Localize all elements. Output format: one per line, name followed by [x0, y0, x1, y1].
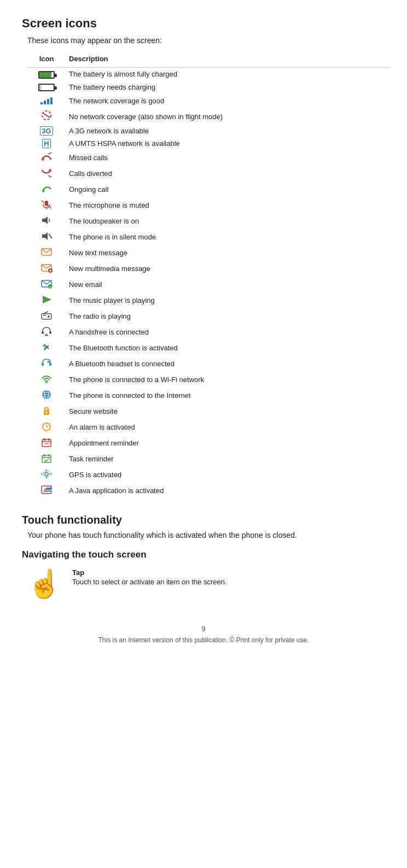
table-row: Calls diverted	[27, 166, 391, 181]
table-row: New multimedia message	[27, 261, 391, 277]
icon-desc: The phone is in silent mode	[66, 229, 391, 245]
icon-cell	[27, 261, 66, 277]
svg-marker-21	[43, 296, 51, 303]
svg-rect-26	[42, 331, 44, 334]
svg-rect-27	[49, 331, 51, 334]
table-row: Secure website	[27, 403, 391, 419]
icon-cell	[27, 419, 66, 435]
table-row: A handsfree is connected	[27, 324, 391, 340]
table-row: Appointment reminder	[27, 435, 391, 451]
table-row: Missed calls	[27, 150, 391, 166]
svg-line-5	[48, 175, 51, 177]
svg-point-42	[46, 412, 48, 413]
icon-cell	[27, 93, 66, 108]
svg-point-59	[43, 471, 50, 477]
footer-note: This is an Internet version of this publ…	[22, 636, 385, 644]
svg-marker-11	[42, 232, 48, 240]
col-icon-header: Icon	[27, 52, 66, 68]
icon-cell	[27, 197, 66, 213]
icon-cell	[27, 181, 66, 197]
touch-intro: Your phone has touch functionality which…	[27, 531, 385, 539]
icon-cell	[27, 356, 66, 372]
icon-cell	[27, 68, 66, 81]
icon-desc: New email	[66, 277, 391, 292]
icon-desc: GPS is activated	[66, 467, 391, 483]
svg-line-31	[43, 345, 45, 347]
table-row: The phone is in silent mode	[27, 229, 391, 245]
icon-desc: Calls diverted	[66, 166, 391, 181]
touch-section: Touch functionality Your phone has touch…	[22, 514, 385, 597]
icon-desc: The microphone is muted	[66, 197, 391, 213]
icon-desc: The radio is playing	[66, 308, 391, 324]
icon-desc: A Bluetooth headset is connected	[66, 356, 391, 372]
tap-desc: Touch to select or activate an item on t…	[72, 578, 227, 586]
icon-cell	[27, 245, 66, 261]
svg-line-1	[43, 113, 50, 118]
svg-line-3	[48, 153, 51, 154]
table-row: HA UMTS HSPA network is available	[27, 137, 391, 150]
table-row: Ongoing call	[27, 181, 391, 197]
svg-rect-33	[49, 363, 51, 366]
intro-text: These icons may appear on the screen:	[27, 36, 385, 45]
icon-cell	[27, 451, 66, 467]
svg-point-35	[46, 382, 48, 384]
svg-text:J: J	[43, 488, 46, 493]
icon-desc: An alarm is activated	[66, 419, 391, 435]
table-row: GPS is activated	[27, 467, 391, 483]
tap-text: Tap Touch to select or activate an item …	[72, 568, 227, 586]
icon-cell	[27, 229, 66, 245]
table-row: New text message	[27, 245, 391, 261]
icon-desc: The battery is almost fully charged	[66, 68, 391, 81]
icon-cell	[27, 467, 66, 483]
svg-point-24	[48, 315, 50, 318]
table-row: The battery is almost fully charged	[27, 68, 391, 81]
svg-rect-22	[42, 314, 51, 319]
svg-rect-49	[42, 439, 51, 447]
table-row: The battery needs charging	[27, 81, 391, 94]
icon-cell: 3G	[27, 125, 66, 137]
table-row: The phone is connected to a Wi-Fi networ…	[27, 372, 391, 388]
svg-point-58	[45, 472, 48, 476]
icon-desc: The battery needs charging	[66, 81, 391, 94]
page-title: Screen icons	[22, 16, 385, 31]
icon-cell	[27, 308, 66, 324]
table-row: Task reminder	[27, 451, 391, 467]
icon-cell	[27, 435, 66, 451]
icon-desc: The Bluetooth function is activated	[66, 340, 391, 356]
svg-text:@: @	[49, 285, 53, 289]
col-desc-header: Description	[66, 52, 391, 68]
icon-desc: No network coverage (also shown in fligh…	[66, 108, 391, 125]
table-row: The loudspeaker is on	[27, 213, 391, 229]
icon-desc: A UMTS HSPA network is available	[66, 137, 391, 150]
icon-desc: New multimedia message	[66, 261, 391, 277]
table-row: The Bluetooth function is activated	[27, 340, 391, 356]
svg-text:app: app	[46, 488, 53, 492]
icon-cell: Japp	[27, 483, 66, 498]
icons-table: Icon Description The battery is almost f…	[27, 52, 391, 498]
icon-desc: The phone is connected to the Internet	[66, 388, 391, 403]
svg-line-34	[48, 362, 49, 363]
icon-desc: Task reminder	[66, 451, 391, 467]
page-number: 9	[22, 625, 385, 633]
icon-desc: Missed calls	[66, 150, 391, 166]
footer: 9 This is an Internet version of this pu…	[22, 619, 385, 644]
tap-hand-icon: ☝	[27, 570, 61, 597]
svg-marker-10	[42, 216, 48, 224]
tap-row: ☝ Tap Touch to select or activate an ite…	[27, 568, 385, 597]
icon-cell	[27, 340, 66, 356]
icon-cell	[27, 81, 66, 94]
table-row: A Bluetooth headset is connected	[27, 356, 391, 372]
icon-cell	[27, 292, 66, 308]
tap-label: Tap	[72, 568, 84, 577]
table-row: 3GA 3G network is available	[27, 125, 391, 137]
table-row: The network coverage is good	[27, 93, 391, 108]
table-row: The phone is connected to the Internet	[27, 388, 391, 403]
table-row: @New email	[27, 277, 391, 292]
icon-desc: A Java application is activated	[66, 483, 391, 498]
icon-cell	[27, 213, 66, 229]
table-row: The microphone is muted	[27, 197, 391, 213]
icon-cell	[27, 166, 66, 181]
table-row: JappA Java application is activated	[27, 483, 391, 498]
icon-desc: New text message	[66, 245, 391, 261]
icon-cell	[27, 108, 66, 125]
